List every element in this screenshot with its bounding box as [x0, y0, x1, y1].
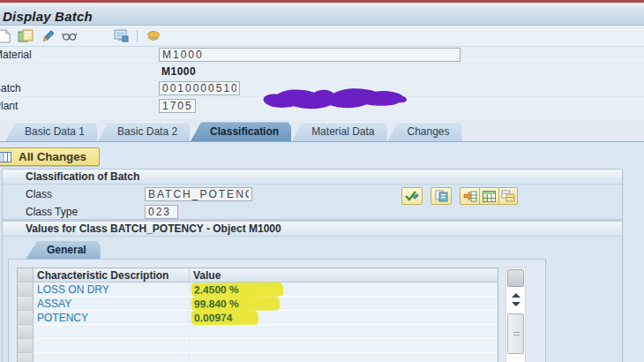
class-row: Class: [3, 185, 622, 202]
material-description: M1000: [161, 65, 196, 78]
highlighted-value[interactable]: 2.4500 %: [191, 282, 283, 297]
material-field[interactable]: [159, 48, 461, 62]
values-for-class-group: Values for Class BATCH_POTENCY - Object …: [2, 221, 623, 362]
insert-values-button[interactable]: [460, 187, 479, 205]
characteristic-name[interactable]: POTENCY: [37, 312, 88, 324]
class-type-label: Class Type: [3, 206, 145, 218]
values-group-title: Values for Class BATCH_POTENCY - Object …: [3, 222, 622, 237]
change-values-button[interactable]: [401, 187, 423, 205]
edit-pencil-icon[interactable]: [40, 28, 56, 43]
vertical-scrollbar[interactable]: [505, 268, 526, 362]
batch-label: Batch: [0, 82, 159, 94]
tab-changes[interactable]: Changes: [388, 122, 462, 141]
hold-hand-icon[interactable]: [146, 28, 161, 43]
tab-basic-data-2[interactable]: Basic Data 2: [98, 122, 190, 141]
scroll-down-icon[interactable]: [512, 302, 520, 306]
plant-field[interactable]: [159, 99, 196, 113]
row-selector[interactable]: [18, 325, 34, 339]
table-row[interactable]: LOSS ON DRY 2.4500 %: [18, 283, 498, 297]
display-value-table-button[interactable]: [479, 187, 498, 205]
all-changes-button[interactable]: All Changes: [0, 147, 100, 166]
table-grid-icon: [0, 152, 11, 162]
all-changes-label: All Changes: [19, 150, 86, 163]
row-selector[interactable]: [18, 283, 34, 297]
highlighted-value[interactable]: 0.00974: [191, 310, 258, 325]
tab-material-data[interactable]: Material Data: [292, 122, 386, 141]
table-row-empty[interactable]: [18, 353, 498, 362]
row-selector[interactable]: [18, 353, 34, 362]
class-field[interactable]: [145, 187, 252, 201]
classification-tab-content: All Changes Classification of Batch Clas…: [0, 142, 644, 362]
tab-basic-data-1[interactable]: Basic Data 1: [5, 122, 97, 141]
copy-batch-icon[interactable]: [18, 28, 34, 43]
table-row-empty[interactable]: [18, 339, 498, 353]
row-selector[interactable]: [18, 297, 34, 311]
class-type-row: Class Type: [3, 203, 622, 220]
copy-value-table-button[interactable]: [498, 187, 518, 205]
class-label: Class: [3, 188, 145, 200]
highlighted-value[interactable]: 99.840 %: [191, 296, 280, 311]
table-row[interactable]: POTENCY 0.00974: [18, 311, 498, 325]
changes-toolbar: All Changes: [0, 147, 100, 167]
tab-classification[interactable]: Classification: [191, 122, 291, 141]
create-page-icon[interactable]: [0, 28, 11, 43]
header-selector-cell[interactable]: [18, 268, 34, 283]
classification-of-batch-group: Classification of Batch Class Class Type: [2, 169, 623, 220]
material-row: Material: [0, 47, 644, 64]
tab-general[interactable]: General: [26, 241, 101, 260]
column-header-characteristic[interactable]: Characteristic Description: [34, 268, 190, 283]
row-selector[interactable]: [18, 339, 34, 353]
table-row[interactable]: ASSAY 99.840 %: [18, 297, 498, 311]
characteristics-table: Characteristic Description Value LOSS ON…: [17, 268, 498, 362]
application-toolbar: [0, 26, 644, 47]
copy-values-button[interactable]: [431, 187, 452, 205]
classification-group-title: Classification of Batch: [3, 170, 622, 185]
class-type-field[interactable]: [145, 205, 178, 219]
batch-field[interactable]: [159, 81, 240, 95]
table-row-empty[interactable]: [18, 325, 498, 339]
row-selector[interactable]: [18, 311, 34, 325]
column-header-value[interactable]: Value: [190, 268, 498, 283]
classification-button-bar: [401, 187, 518, 205]
general-tab-panel: Characteristic Description Value LOSS ON…: [8, 259, 546, 362]
material-label: Material: [0, 49, 159, 61]
page-title: Display Batch: [3, 9, 93, 24]
display-glasses-icon[interactable]: [62, 28, 78, 43]
characteristic-name[interactable]: ASSAY: [37, 298, 71, 310]
main-tab-strip: Basic Data 1 Basic Data 2 Classification…: [0, 119, 644, 142]
services-monitor-icon[interactable]: [113, 28, 129, 43]
title-bar: Display Batch: [0, 7, 644, 26]
material-description-row: M1000: [0, 64, 644, 80]
toolbar-separator: [137, 30, 138, 42]
scrollbar-top-button[interactable]: [507, 269, 524, 287]
characteristic-name[interactable]: LOSS ON DRY: [37, 283, 109, 296]
purple-redaction-scribble: [258, 84, 413, 114]
thumb-grip-icon: [513, 332, 520, 333]
scroll-up-icon[interactable]: [512, 293, 520, 298]
plant-label: Plant: [0, 100, 159, 112]
sap-display-batch-window: Display Batch Material M1000: [0, 0, 644, 362]
table-header-row: Characteristic Description Value: [18, 268, 498, 283]
scrollbar-thumb[interactable]: [507, 313, 524, 354]
